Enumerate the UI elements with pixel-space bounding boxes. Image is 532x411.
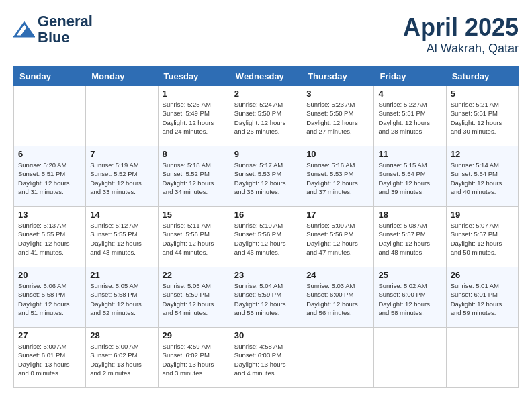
- logo: General Blue: [13, 13, 93, 46]
- calendar-cell: 26Sunrise: 5:01 AM Sunset: 6:01 PM Dayli…: [446, 267, 518, 328]
- calendar-cell: 20Sunrise: 5:06 AM Sunset: 5:58 PM Dayli…: [14, 267, 86, 328]
- day-number: 11: [378, 149, 441, 159]
- calendar-cell: 19Sunrise: 5:07 AM Sunset: 5:57 PM Dayli…: [446, 207, 518, 267]
- day-number: 28: [90, 330, 153, 340]
- logo-text: General Blue: [38, 13, 93, 46]
- calendar-table: SundayMondayTuesdayWednesdayThursdayFrid…: [13, 66, 519, 388]
- calendar-cell: 22Sunrise: 5:05 AM Sunset: 5:59 PM Dayli…: [158, 267, 230, 328]
- day-number: 12: [451, 149, 514, 159]
- calendar-cell: 17Sunrise: 5:09 AM Sunset: 5:56 PM Dayli…: [302, 207, 374, 267]
- calendar-cell: 2Sunrise: 5:24 AM Sunset: 5:50 PM Daylig…: [230, 86, 302, 146]
- week-row-2: 13Sunrise: 5:13 AM Sunset: 5:55 PM Dayli…: [14, 207, 519, 267]
- header-friday: Friday: [374, 67, 446, 86]
- month-title: April 2025: [403, 13, 519, 42]
- calendar-cell: 4Sunrise: 5:22 AM Sunset: 5:51 PM Daylig…: [374, 86, 446, 146]
- calendar-cell: 30Sunrise: 4:58 AM Sunset: 6:03 PM Dayli…: [230, 328, 302, 388]
- day-detail: Sunrise: 5:06 AM Sunset: 5:58 PM Dayligh…: [18, 281, 81, 317]
- calendar-cell: [86, 86, 158, 146]
- day-number: 22: [163, 270, 226, 280]
- page-header: General Blue April 2025 Al Wakrah, Qatar: [13, 13, 519, 56]
- day-detail: Sunrise: 5:03 AM Sunset: 6:00 PM Dayligh…: [306, 281, 369, 317]
- calendar-cell: 5Sunrise: 5:21 AM Sunset: 5:51 PM Daylig…: [446, 86, 518, 146]
- day-number: 2: [234, 89, 298, 99]
- calendar-cell: 3Sunrise: 5:23 AM Sunset: 5:50 PM Daylig…: [302, 86, 374, 146]
- calendar-cell: 16Sunrise: 5:10 AM Sunset: 5:56 PM Dayli…: [230, 207, 302, 267]
- day-detail: Sunrise: 5:02 AM Sunset: 6:00 PM Dayligh…: [378, 281, 441, 317]
- day-number: 3: [306, 89, 369, 99]
- week-row-1: 6Sunrise: 5:20 AM Sunset: 5:51 PM Daylig…: [14, 146, 519, 207]
- header-thursday: Thursday: [302, 67, 374, 86]
- location-title: Al Wakrah, Qatar: [403, 42, 519, 56]
- day-number: 23: [234, 270, 298, 280]
- day-number: 16: [234, 210, 298, 220]
- calendar-cell: 21Sunrise: 5:05 AM Sunset: 5:58 PM Dayli…: [86, 267, 158, 328]
- title-block: April 2025 Al Wakrah, Qatar: [403, 13, 519, 56]
- day-detail: Sunrise: 5:13 AM Sunset: 5:55 PM Dayligh…: [18, 221, 81, 257]
- day-detail: Sunrise: 5:18 AM Sunset: 5:52 PM Dayligh…: [163, 161, 226, 196]
- day-detail: Sunrise: 5:14 AM Sunset: 5:54 PM Dayligh…: [451, 161, 514, 196]
- day-number: 25: [378, 270, 441, 280]
- calendar-cell: 29Sunrise: 4:59 AM Sunset: 6:02 PM Dayli…: [158, 328, 230, 388]
- header-tuesday: Tuesday: [158, 67, 230, 86]
- day-number: 4: [378, 89, 441, 99]
- calendar-cell: 7Sunrise: 5:19 AM Sunset: 5:52 PM Daylig…: [86, 146, 158, 207]
- calendar-cell: 24Sunrise: 5:03 AM Sunset: 6:00 PM Dayli…: [302, 267, 374, 328]
- day-detail: Sunrise: 5:05 AM Sunset: 5:58 PM Dayligh…: [90, 281, 153, 317]
- day-detail: Sunrise: 5:21 AM Sunset: 5:51 PM Dayligh…: [451, 100, 514, 136]
- header-wednesday: Wednesday: [230, 67, 302, 86]
- day-number: 21: [90, 270, 153, 280]
- day-number: 1: [163, 89, 226, 99]
- calendar-cell: 12Sunrise: 5:14 AM Sunset: 5:54 PM Dayli…: [446, 146, 518, 207]
- day-number: 29: [163, 330, 226, 340]
- calendar-cell: [14, 86, 86, 146]
- day-detail: Sunrise: 5:22 AM Sunset: 5:51 PM Dayligh…: [378, 100, 441, 136]
- logo-icon: [13, 20, 35, 39]
- day-detail: Sunrise: 5:10 AM Sunset: 5:56 PM Dayligh…: [234, 221, 298, 257]
- week-row-4: 27Sunrise: 5:00 AM Sunset: 6:01 PM Dayli…: [14, 328, 519, 388]
- day-number: 14: [90, 210, 153, 220]
- day-detail: Sunrise: 5:12 AM Sunset: 5:55 PM Dayligh…: [90, 221, 153, 257]
- day-detail: Sunrise: 5:23 AM Sunset: 5:50 PM Dayligh…: [306, 100, 369, 136]
- day-detail: Sunrise: 5:08 AM Sunset: 5:57 PM Dayligh…: [378, 221, 441, 257]
- calendar-cell: 23Sunrise: 5:04 AM Sunset: 5:59 PM Dayli…: [230, 267, 302, 328]
- day-number: 24: [306, 270, 369, 280]
- day-detail: Sunrise: 5:07 AM Sunset: 5:57 PM Dayligh…: [451, 221, 514, 257]
- calendar-cell: [302, 328, 374, 388]
- week-row-3: 20Sunrise: 5:06 AM Sunset: 5:58 PM Dayli…: [14, 267, 519, 328]
- day-detail: Sunrise: 5:19 AM Sunset: 5:52 PM Dayligh…: [90, 161, 153, 196]
- calendar-header-row: SundayMondayTuesdayWednesdayThursdayFrid…: [14, 67, 519, 86]
- day-number: 9: [234, 149, 298, 159]
- day-detail: Sunrise: 5:17 AM Sunset: 5:53 PM Dayligh…: [234, 161, 298, 196]
- header-sunday: Sunday: [14, 67, 86, 86]
- day-number: 8: [163, 149, 226, 159]
- day-number: 5: [451, 89, 514, 99]
- calendar-cell: [446, 328, 518, 388]
- day-detail: Sunrise: 5:01 AM Sunset: 6:01 PM Dayligh…: [451, 281, 514, 317]
- day-number: 18: [378, 210, 441, 220]
- day-detail: Sunrise: 5:11 AM Sunset: 5:56 PM Dayligh…: [163, 221, 226, 257]
- calendar-cell: 25Sunrise: 5:02 AM Sunset: 6:00 PM Dayli…: [374, 267, 446, 328]
- calendar-cell: 18Sunrise: 5:08 AM Sunset: 5:57 PM Dayli…: [374, 207, 446, 267]
- day-detail: Sunrise: 5:15 AM Sunset: 5:54 PM Dayligh…: [378, 161, 441, 196]
- day-number: 30: [234, 330, 298, 340]
- calendar-cell: 15Sunrise: 5:11 AM Sunset: 5:56 PM Dayli…: [158, 207, 230, 267]
- calendar-cell: 10Sunrise: 5:16 AM Sunset: 5:53 PM Dayli…: [302, 146, 374, 207]
- day-number: 17: [306, 210, 369, 220]
- day-detail: Sunrise: 4:58 AM Sunset: 6:03 PM Dayligh…: [234, 342, 298, 377]
- day-detail: Sunrise: 5:05 AM Sunset: 5:59 PM Dayligh…: [163, 281, 226, 317]
- day-number: 19: [451, 210, 514, 220]
- day-number: 10: [306, 149, 369, 159]
- day-number: 27: [18, 330, 81, 340]
- calendar-cell: 13Sunrise: 5:13 AM Sunset: 5:55 PM Dayli…: [14, 207, 86, 267]
- day-detail: Sunrise: 5:00 AM Sunset: 6:01 PM Dayligh…: [18, 342, 81, 377]
- day-number: 13: [18, 210, 81, 220]
- svg-marker-1: [20, 27, 34, 36]
- day-number: 20: [18, 270, 81, 280]
- day-detail: Sunrise: 5:16 AM Sunset: 5:53 PM Dayligh…: [306, 161, 369, 196]
- header-saturday: Saturday: [446, 67, 518, 86]
- calendar-cell: 8Sunrise: 5:18 AM Sunset: 5:52 PM Daylig…: [158, 146, 230, 207]
- day-number: 7: [90, 149, 153, 159]
- day-number: 26: [451, 270, 514, 280]
- day-detail: Sunrise: 5:04 AM Sunset: 5:59 PM Dayligh…: [234, 281, 298, 317]
- day-number: 6: [18, 149, 81, 159]
